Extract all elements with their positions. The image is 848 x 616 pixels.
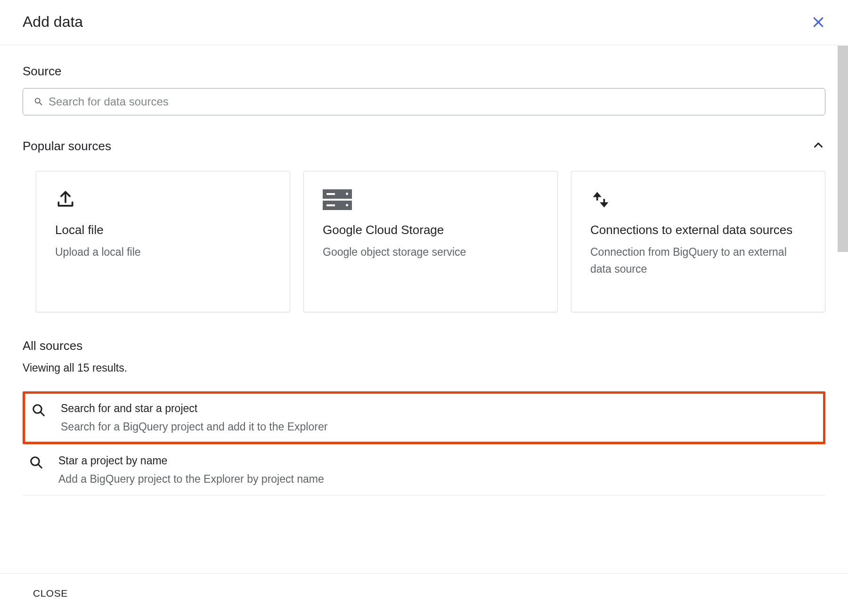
card-google-cloud-storage[interactable]: Google Cloud Storage Google object stora… xyxy=(303,171,558,312)
search-icon xyxy=(32,403,46,419)
card-local-file[interactable]: Local file Upload a local file xyxy=(36,171,290,312)
source-row-star-project-by-name[interactable]: Star a project by name Add a BigQuery pr… xyxy=(23,445,825,495)
card-title: Local file xyxy=(55,221,271,238)
dialog-content: Source Popular sources Local file Upload… xyxy=(0,45,848,573)
results-count: Viewing all 15 results. xyxy=(23,362,825,374)
search-input[interactable] xyxy=(49,95,815,108)
storage-icon xyxy=(323,188,538,211)
source-row-search-star-project[interactable]: Search for and star a project Search for… xyxy=(23,391,825,444)
sync-icon xyxy=(590,188,806,211)
card-desc: Upload a local file xyxy=(55,244,271,261)
source-label: Source xyxy=(23,64,825,79)
close-icon[interactable] xyxy=(811,15,825,29)
row-title: Search for and star a project xyxy=(61,402,816,415)
card-external-connections[interactable]: Connections to external data sources Con… xyxy=(571,171,825,312)
svg-line-5 xyxy=(38,464,42,468)
chevron-up-icon xyxy=(811,138,825,154)
row-text: Star a project by name Add a BigQuery pr… xyxy=(58,454,819,486)
all-sources-title: All sources xyxy=(23,339,825,353)
search-icon xyxy=(29,455,43,471)
source-search-field[interactable] xyxy=(23,88,825,115)
card-desc: Google object storage service xyxy=(323,244,538,261)
popular-sources-title: Popular sources xyxy=(23,139,111,154)
dialog-footer: CLOSE xyxy=(0,573,848,616)
card-desc: Connection from BigQuery to an external … xyxy=(590,244,806,277)
card-title: Connections to external data sources xyxy=(590,221,806,238)
popular-sources-cards: Local file Upload a local file Google Cl… xyxy=(23,171,825,312)
search-icon xyxy=(33,97,44,107)
row-text: Search for and star a project Search for… xyxy=(61,402,816,433)
popular-sources-header[interactable]: Popular sources xyxy=(23,138,825,154)
row-desc: Add a BigQuery project to the Explorer b… xyxy=(58,473,819,486)
dialog-title: Add data xyxy=(23,13,83,31)
dialog-header: Add data xyxy=(0,0,848,45)
row-desc: Search for a BigQuery project and add it… xyxy=(61,421,816,433)
card-title: Google Cloud Storage xyxy=(323,221,538,238)
upload-icon xyxy=(55,188,271,211)
row-title: Star a project by name xyxy=(58,454,819,467)
svg-line-3 xyxy=(41,412,44,416)
close-button[interactable]: CLOSE xyxy=(33,588,68,599)
